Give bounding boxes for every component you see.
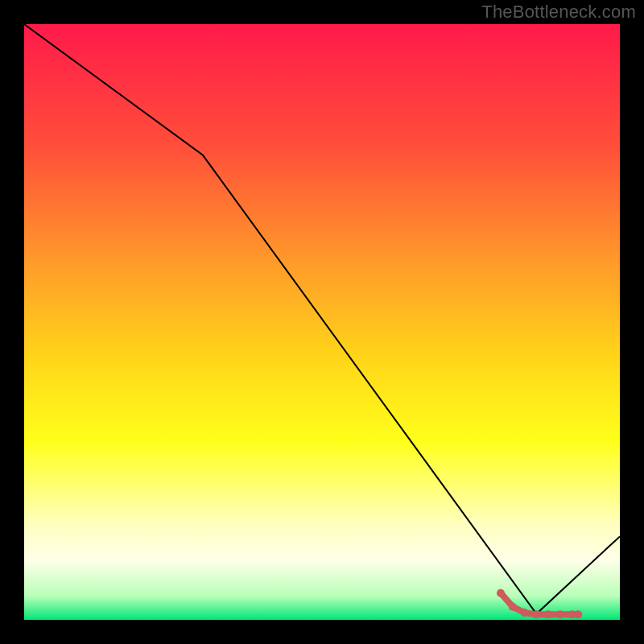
- watermark-text: TheBottleneck.com: [481, 2, 636, 23]
- svg-point-0: [497, 589, 505, 597]
- chart-container: TheBottleneck.com: [0, 0, 644, 644]
- svg-point-7: [574, 610, 582, 618]
- plot-area: [24, 24, 620, 620]
- svg-point-2: [521, 609, 529, 617]
- svg-point-3: [532, 610, 540, 618]
- chart-svg: [24, 24, 620, 620]
- svg-point-1: [509, 603, 517, 611]
- gradient-background: [24, 24, 620, 620]
- svg-point-4: [544, 610, 552, 618]
- svg-point-5: [556, 610, 564, 618]
